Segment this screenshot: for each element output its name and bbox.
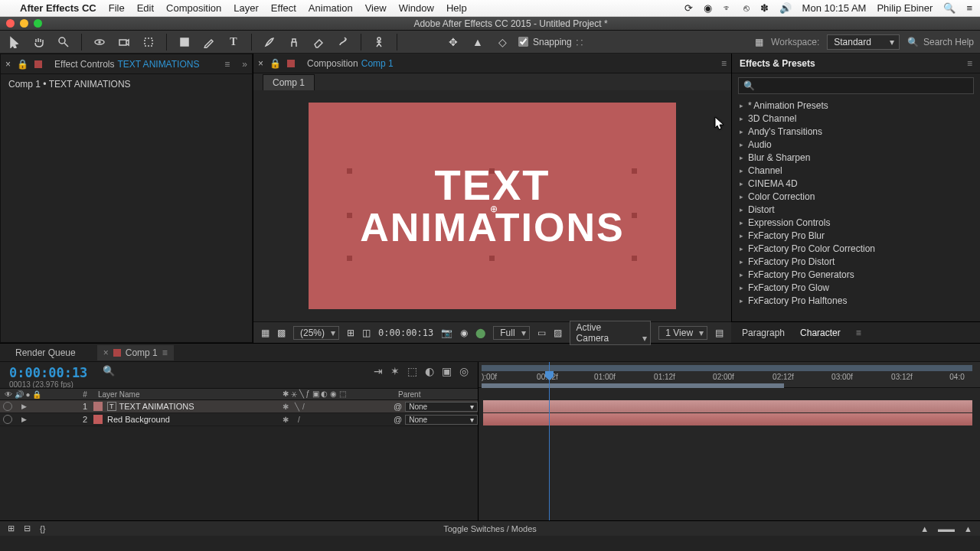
- effects-category[interactable]: FxFactory Pro Distort: [737, 256, 975, 268]
- selection-handle[interactable]: [347, 213, 352, 218]
- menu-layer[interactable]: Layer: [234, 2, 259, 14]
- effects-category[interactable]: 3D Channel: [737, 112, 975, 125]
- render-queue-tab[interactable]: Render Queue: [9, 345, 82, 360]
- effects-category[interactable]: CINEMA 4D: [737, 178, 975, 190]
- hand-tool[interactable]: [31, 34, 47, 51]
- selection-handle[interactable]: [347, 256, 352, 261]
- panel-menu-icon[interactable]: ≡: [224, 59, 230, 70]
- time-navigator[interactable]: [482, 365, 972, 371]
- timeline-track-area[interactable]: ):00f 00:12f 01:00f 01:12f 02:00f 02:12f…: [479, 362, 980, 520]
- composition-viewer[interactable]: TEXT ANIMATIONS ⊕: [253, 90, 731, 321]
- tray-icon[interactable]: ✽: [760, 2, 769, 14]
- layer-name[interactable]: TEXT ANIMATIONS: [119, 402, 194, 411]
- layer-row[interactable]: ▶ 2 Red Background ✱/ @None: [0, 413, 478, 426]
- twirl-icon[interactable]: ▶: [21, 416, 27, 423]
- selection-handle[interactable]: [489, 168, 495, 174]
- timeline-timecode[interactable]: 0:00:00:13: [9, 365, 87, 380]
- spotlight-icon[interactable]: 🔍: [943, 2, 956, 14]
- effects-category[interactable]: Channel: [737, 165, 975, 177]
- pixel-aspect-icon[interactable]: ▤: [715, 328, 724, 338]
- zoom-dropdown[interactable]: (25%): [293, 326, 339, 340]
- menu-list-icon[interactable]: ≡: [966, 2, 972, 14]
- chevron-right-icon[interactable]: »: [242, 59, 247, 70]
- layer-row[interactable]: ▶ 1 TTEXT ANIMATIONS ✱╲/ @None: [0, 400, 478, 413]
- pan-behind-tool[interactable]: [140, 34, 157, 51]
- pickwhip-icon[interactable]: @: [394, 402, 402, 411]
- pickwhip-icon[interactable]: @: [394, 415, 402, 424]
- transparency-icon[interactable]: ▨: [554, 328, 562, 338]
- menu-app[interactable]: After Effects CC: [20, 2, 96, 14]
- snapping-toggle[interactable]: Snapping ⸬: [518, 37, 583, 47]
- menu-effect[interactable]: Effect: [271, 2, 296, 14]
- close-icon[interactable]: ×: [103, 347, 109, 358]
- mask-toggle-icon[interactable]: ◫: [362, 328, 371, 338]
- resolution-dropdown[interactable]: Full: [493, 326, 529, 340]
- time-ruler[interactable]: ):00f 00:12f 01:00f 01:12f 02:00f 02:12f…: [479, 362, 980, 388]
- parent-dropdown[interactable]: None: [405, 402, 478, 412]
- mask-icon[interactable]: ▲: [469, 34, 486, 51]
- graph-icon[interactable]: ◎: [459, 365, 469, 377]
- effects-category[interactable]: Color Correction: [737, 191, 975, 203]
- effects-search-input[interactable]: 🔍: [738, 77, 974, 94]
- visibility-icon[interactable]: [3, 402, 12, 411]
- close-icon[interactable]: ×: [5, 59, 11, 70]
- close-icon[interactable]: ×: [258, 58, 263, 69]
- selection-handle[interactable]: [489, 256, 495, 261]
- camera-dropdown[interactable]: Active Camera: [570, 321, 652, 345]
- panel-menu-icon[interactable]: ≡: [721, 58, 727, 69]
- search-help-input[interactable]: Search Help: [923, 37, 974, 47]
- camera-tool[interactable]: [116, 34, 132, 51]
- lock-icon[interactable]: 🔒: [17, 59, 28, 70]
- minimize-dot[interactable]: [20, 19, 28, 28]
- selection-tool[interactable]: [6, 34, 23, 51]
- frame-blend-icon[interactable]: ⬚: [407, 365, 417, 377]
- layer-name[interactable]: Red Background: [107, 415, 170, 424]
- effects-category[interactable]: Audio: [737, 139, 975, 151]
- footer-icon[interactable]: ⊞: [8, 523, 15, 533]
- effects-category[interactable]: FxFactory Pro Color Correction: [737, 243, 975, 255]
- zoom-in-icon[interactable]: ▲: [964, 524, 972, 533]
- layer-bar[interactable]: [483, 400, 972, 412]
- brush-tool[interactable]: [261, 34, 278, 51]
- shape-icon[interactable]: ◇: [494, 34, 511, 51]
- comp-tab[interactable]: Comp 1: [263, 74, 315, 90]
- menu-view[interactable]: View: [365, 2, 387, 14]
- snapping-checkbox[interactable]: [518, 37, 528, 47]
- anchor-icon[interactable]: ⊕: [490, 204, 498, 214]
- eraser-tool[interactable]: [310, 34, 327, 51]
- zoom-tool[interactable]: [55, 34, 72, 51]
- show-channel-icon[interactable]: ◉: [460, 328, 468, 338]
- menu-window[interactable]: Window: [399, 2, 434, 14]
- render-icon[interactable]: ⬤: [475, 328, 485, 338]
- effects-category[interactable]: Andy's Transitions: [737, 126, 975, 138]
- effects-category[interactable]: Blur & Sharpen: [737, 152, 975, 164]
- effects-category[interactable]: FxFactory Pro Halftones: [737, 295, 975, 307]
- puppet-tool[interactable]: [371, 34, 387, 51]
- menu-composition[interactable]: Composition: [166, 2, 221, 14]
- roto-tool[interactable]: [335, 34, 351, 51]
- footer-icon[interactable]: {}: [40, 524, 45, 533]
- graph-editor-icon[interactable]: ▣: [442, 365, 452, 377]
- effects-category[interactable]: FxFactory Pro Generators: [737, 269, 975, 281]
- zoom-dot[interactable]: [34, 19, 42, 28]
- zoom-out-icon[interactable]: ▲: [920, 524, 929, 533]
- volume-icon[interactable]: 🔊: [779, 2, 792, 14]
- tray-icon[interactable]: ◉: [704, 2, 712, 14]
- selection-handle[interactable]: [347, 168, 352, 174]
- safe-zone-icon[interactable]: ⊞: [347, 328, 354, 338]
- anchor-icon[interactable]: ✥: [445, 34, 462, 51]
- selection-handle[interactable]: [632, 168, 637, 174]
- pen-tool[interactable]: [201, 34, 217, 51]
- snapping-opts-icon[interactable]: ⸬: [577, 37, 583, 47]
- tray-icon[interactable]: ⎋: [743, 2, 750, 14]
- work-area-bar[interactable]: [482, 383, 784, 388]
- panel-menu-icon[interactable]: ≡: [856, 328, 861, 338]
- orbit-tool[interactable]: [91, 34, 108, 51]
- character-tab[interactable]: Character: [800, 328, 841, 338]
- parent-dropdown[interactable]: None: [405, 415, 478, 425]
- comp-canvas[interactable]: TEXT ANIMATIONS ⊕: [309, 103, 676, 309]
- draft-3d-icon[interactable]: ✶: [390, 365, 400, 377]
- view-dropdown[interactable]: 1 View: [658, 326, 707, 340]
- effects-category[interactable]: * Animation Presets: [737, 99, 975, 112]
- grid-icon[interactable]: ▦: [755, 37, 763, 47]
